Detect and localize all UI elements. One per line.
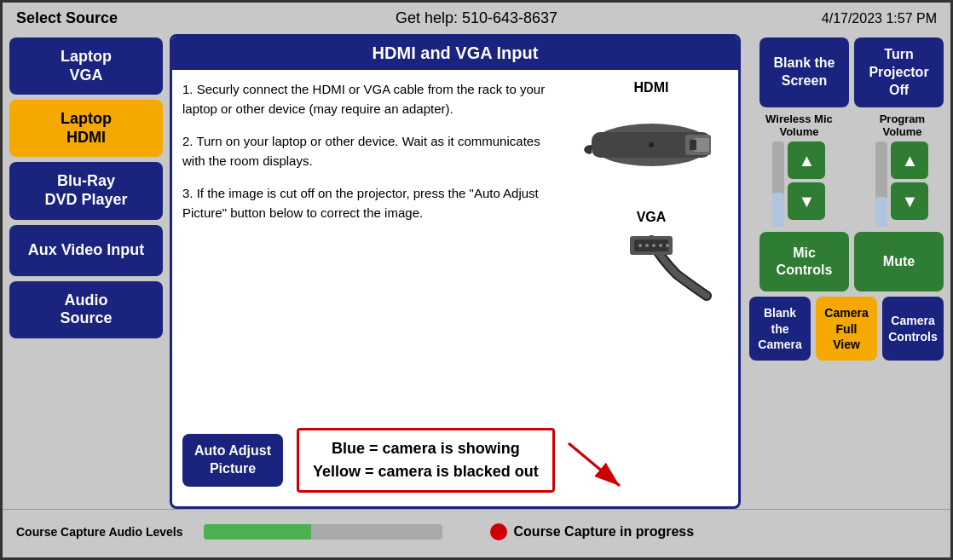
camera-full-view-button[interactable]: CameraFull View bbox=[816, 297, 877, 361]
program-volume-down-button[interactable]: ▼ bbox=[891, 182, 928, 220]
audio-bar-gray bbox=[311, 524, 442, 540]
wireless-mic-down-button[interactable]: ▼ bbox=[788, 182, 825, 220]
wireless-mic-volume-col: Wireless Mic Volume ▲ ▼ bbox=[748, 113, 851, 227]
audio-level-bar bbox=[204, 524, 442, 540]
camera-status-line1: Blue = camera is showing bbox=[313, 437, 539, 460]
svg-line-14 bbox=[569, 443, 620, 486]
svg-point-12 bbox=[666, 244, 669, 247]
instruction-1: 1. Securly connect the HDMI or VGA cable… bbox=[182, 80, 564, 118]
instruction-2: 2. Turn on your laptop or other device. … bbox=[182, 132, 564, 170]
bottom-camera-row: Blank theCamera CameraFull View CameraCo… bbox=[748, 297, 944, 361]
program-volume-buttons: ▲ ▼ bbox=[891, 141, 928, 227]
turn-projector-off-button[interactable]: TurnProjector Off bbox=[854, 38, 944, 107]
svg-point-11 bbox=[659, 244, 662, 247]
sidebar-item-laptop-vga[interactable]: LaptopVGA bbox=[9, 38, 163, 95]
program-volume-col: Program Volume ▲ ▼ bbox=[861, 113, 944, 227]
wireless-mic-fill bbox=[772, 193, 784, 227]
wireless-mic-label: Wireless Mic Volume bbox=[748, 113, 851, 138]
hdmi-label: HDMI bbox=[634, 80, 669, 95]
wireless-mic-track bbox=[772, 141, 784, 227]
right-panel: Blank theScreen TurnProjector Off Wirele… bbox=[748, 34, 944, 509]
program-volume-track bbox=[875, 141, 887, 227]
content-instructions: 1. Securly connect the HDMI or VGA cable… bbox=[182, 80, 564, 411]
vga-label: VGA bbox=[637, 210, 667, 225]
program-volume-fill bbox=[875, 197, 887, 227]
top-action-row: Blank theScreen TurnProjector Off bbox=[748, 38, 944, 107]
volume-section: Wireless Mic Volume ▲ ▼ Program Volume bbox=[748, 113, 944, 227]
vga-cable-image bbox=[583, 232, 719, 309]
mute-button[interactable]: Mute bbox=[854, 232, 944, 292]
arrow-indicator bbox=[560, 439, 628, 490]
audio-bar-green bbox=[204, 524, 311, 540]
capture-dot bbox=[490, 523, 507, 540]
camera-status-line2: Yellow = camera is blacked out bbox=[313, 460, 539, 483]
content-title: HDMI and VGA Input bbox=[172, 37, 738, 70]
blank-camera-button[interactable]: Blank theCamera bbox=[749, 297, 811, 361]
content-footer: Auto AdjustPicture Blue = camera is show… bbox=[172, 421, 738, 499]
auto-adjust-button[interactable]: Auto AdjustPicture bbox=[182, 434, 283, 487]
svg-point-8 bbox=[638, 244, 642, 247]
svg-rect-4 bbox=[690, 140, 696, 150]
sidebar-item-aux-video[interactable]: Aux Video Input bbox=[9, 225, 163, 276]
hdmi-cable-image bbox=[583, 102, 719, 179]
wireless-mic-up-button[interactable]: ▲ bbox=[788, 141, 825, 179]
wireless-mic-buttons: ▲ ▼ bbox=[788, 141, 825, 227]
content-box: HDMI and VGA Input 1. Securly connect th… bbox=[170, 34, 741, 509]
audio-levels-label: Course Capture Audio Levels bbox=[16, 525, 183, 539]
camera-status-display: Blue = camera is showing Yellow = camera… bbox=[297, 428, 555, 493]
select-source-title: Select Source bbox=[16, 9, 246, 27]
program-volume-up-button[interactable]: ▲ bbox=[891, 141, 928, 179]
help-phone: Get help: 510-643-8637 bbox=[246, 9, 707, 27]
capture-label: Course Capture in progress bbox=[514, 524, 695, 540]
svg-point-10 bbox=[652, 244, 656, 247]
capture-indicator: Course Capture in progress bbox=[490, 523, 695, 540]
cable-images: HDMI bbox=[575, 80, 728, 411]
svg-point-9 bbox=[645, 244, 649, 247]
svg-point-5 bbox=[649, 142, 654, 147]
blank-screen-button[interactable]: Blank theScreen bbox=[760, 38, 849, 107]
sidebar-item-bluray[interactable]: Blu-RayDVD Player bbox=[9, 162, 163, 219]
camera-controls-button[interactable]: CameraControls bbox=[882, 297, 944, 361]
center-panel: HDMI and VGA Input 1. Securly connect th… bbox=[170, 34, 741, 509]
instruction-3: 3. If the image is cut off on the projec… bbox=[182, 184, 564, 222]
mic-mute-row: MicControls Mute bbox=[748, 232, 944, 292]
mic-controls-button[interactable]: MicControls bbox=[760, 232, 849, 292]
sidebar-item-laptop-hdmi[interactable]: LaptopHDMI bbox=[9, 100, 163, 157]
sidebar: LaptopVGA LaptopHDMI Blu-RayDVD Player A… bbox=[9, 34, 163, 509]
datetime-display: 4/17/2023 1:57 PM bbox=[707, 11, 937, 26]
program-volume-label: Program Volume bbox=[861, 113, 944, 138]
sidebar-item-audio-source[interactable]: AudioSource bbox=[9, 281, 163, 338]
footer: Course Capture Audio Levels Course Captu… bbox=[3, 509, 950, 553]
